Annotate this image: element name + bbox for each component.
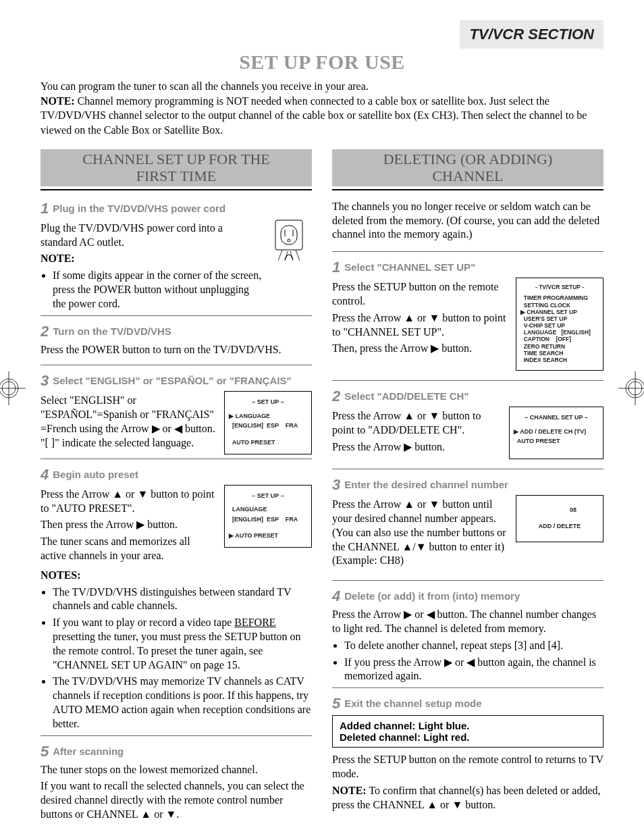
right-title-l2: CHANNEL (432, 167, 503, 184)
right-step3-head: 3Enter the desired channel number (332, 476, 603, 494)
osd-row: AUTO PRESET (229, 438, 307, 447)
left-step4-notes: The TV/DVD/VHS distinguishes between sta… (41, 585, 312, 731)
step-title: Select "CHANNEL SET UP" (344, 261, 475, 273)
page-title: SET UP FOR USE (41, 51, 603, 74)
right-step2-body-l1: Press the Arrow ▲ or ▼ button to point t… (332, 409, 502, 438)
step-num: 4 (332, 588, 340, 604)
osd-row: USER'S SET UP (520, 315, 599, 322)
osd-title: – SET UP – (229, 491, 307, 500)
left-step4-body-l1: Press the Arrow ▲ or ▼ button to point t… (41, 488, 217, 516)
step-title: Turn on the TV/DVD/VHS (53, 325, 171, 337)
step-title: Select "ENGLISH" or "ESPAÑOL" or "FRANÇA… (53, 375, 291, 386)
status-l1: Added channel: Light blue. (340, 720, 470, 731)
left-step1-body: Plug the TV/DVD/VHS power cord into a st… (41, 221, 262, 250)
right-step5-head: 5Exit the channel setup mode (332, 695, 603, 712)
left-step5-body-l1: The tuner stops on the lowest memorized … (41, 763, 312, 777)
osd-row: LANGUAGE [ENGLISH] (520, 329, 599, 336)
left-step1-bullet: If some digits appear in the corner of t… (53, 269, 262, 311)
left-step2-body: Press the POWER button to turn on the TV… (41, 343, 312, 357)
osd-row: ▶ LANGUAGE (229, 411, 307, 421)
right-step1-body-l2: Press the Arrow ▲ or ▼ button to point t… (332, 311, 509, 340)
svg-rect-0 (275, 220, 302, 250)
left-step5-body-l2: If you want to recall the selected chann… (41, 779, 312, 821)
step-title: Begin auto preset (53, 469, 138, 480)
osd-channel-number: 08 (570, 505, 576, 515)
right-step2-osd: – CHANNEL SET UP – ▶ ADD / DELETE CH (TV… (509, 407, 603, 459)
right-step5-note: NOTE: To confirm that channel(s) has bee… (332, 784, 603, 812)
status-l2: Deleted channel: Light red. (340, 731, 470, 743)
right-step1-head: 1Select "CHANNEL SET UP" (332, 259, 603, 276)
step-num: 4 (41, 466, 49, 483)
osd-row: AUTO PRESET (514, 436, 599, 446)
step-num: 3 (41, 372, 49, 389)
osd-row: LANGUAGE (229, 504, 307, 514)
step-title: After scanning (53, 746, 124, 757)
left-step3-body: Select "ENGLISH" or "ESPAÑOL"=Spanish or… (41, 394, 217, 450)
status-box: Added channel: Light blue. Deleted chann… (332, 715, 603, 748)
osd-row: INDEX SEARCH (520, 357, 599, 363)
osd-row: [ENGLISH] ESP FRA (229, 515, 307, 524)
left-col-title: CHANNEL SET UP FOR THE FIRST TIME (41, 149, 312, 186)
osd-row: CAPTION [OFF] (520, 336, 599, 342)
step-num: 1 (332, 259, 340, 276)
list-item: The TV/DVD/VHS may memorize TV channels … (53, 675, 312, 731)
left-step2-head: 2Turn on the TV/DVD/VHS (41, 323, 312, 340)
right-step1-body-l1: Press the SETUP button on the remote con… (332, 280, 509, 309)
list-item: To delete another channel, repeat steps … (344, 639, 603, 653)
right-step4-head: 4Delete (or add) it from (into) memory (332, 588, 603, 605)
osd-row: TIME SEARCH (520, 350, 599, 357)
osd-row: [ENGLISH] ESP FRA (229, 421, 307, 430)
left-step4-body-l2: Then press the Arrow ▶ button. (41, 518, 217, 532)
section-tag: TV/VCR SECTION (460, 20, 603, 49)
osd-title: - TV/VCR SETUP - (520, 284, 599, 290)
right-step5-body-l1: Press the SETUP button on the remote con… (332, 753, 603, 781)
step-title: Enter the desired channel number (344, 479, 508, 490)
right-step3-osd: 08 ADD / DELETE (516, 495, 603, 542)
left-step1-head: 1Plug in the TV/DVD/VHS power cord (41, 200, 312, 217)
osd-title: – CHANNEL SET UP – (514, 413, 599, 422)
osd-row: SETTING CLOCK (520, 302, 599, 309)
notes-label: NOTES: (41, 569, 81, 581)
right-step4-body: Press the Arrow ▶ or ◀ button. The chann… (332, 608, 603, 636)
step-num: 1 (41, 200, 49, 217)
osd-row: ZERO RETURN (520, 343, 599, 350)
osd-title: – SET UP – (229, 397, 307, 407)
right-step4-bullets: To delete another channel, repeat steps … (332, 639, 603, 683)
left-step5-head: 5After scanning (41, 743, 312, 760)
left-step3-head: 3Select "ENGLISH" or "ESPAÑOL" or "FRANÇ… (41, 372, 312, 390)
intro-paragraph: You can program the tuner to scan all th… (41, 79, 603, 137)
right-title-l1: DELETING (OR ADDING) (383, 151, 553, 167)
list-item: If you want to play or record a video ta… (53, 616, 312, 672)
left-column: CHANNEL SET UP FOR THE FIRST TIME 1Plug … (41, 149, 312, 824)
intro-line1: You can program the tuner to scan all th… (41, 80, 369, 92)
list-item: The TV/DVD/VHS distinguishes between sta… (53, 585, 312, 614)
right-step2-body-l2: Press the Arrow ▶ button. (332, 440, 502, 454)
right-step1-osd: - TV/VCR SETUP - TIMER PROGRAMMING SETTI… (516, 278, 603, 371)
right-intro: The channels you no longer receive or se… (332, 200, 603, 242)
step-num: 5 (41, 743, 49, 760)
registration-mark-icon (0, 371, 26, 405)
osd-row: ▶ ADD / DELETE CH (TV) (514, 427, 599, 436)
right-column: DELETING (OR ADDING) CHANNEL The channel… (332, 149, 603, 824)
left-step4-osd: – SET UP – LANGUAGE [ENGLISH] ESP FRA ▶ … (224, 485, 312, 548)
step-title: Exit the channel setup mode (344, 698, 481, 709)
osd-row: ▶ AUTO PRESET (229, 531, 307, 540)
right-col-title: DELETING (OR ADDING) CHANNEL (332, 149, 603, 186)
intro-note-text: Channel memory programming is NOT needed… (41, 95, 587, 136)
left-title-l2: FIRST TIME (136, 167, 216, 184)
registration-mark-icon (618, 371, 644, 405)
intro-note-label: NOTE: (41, 95, 75, 107)
note-text: To confirm that channel(s) has been dele… (332, 785, 601, 810)
left-step3-osd: – SET UP – ▶ LANGUAGE [ENGLISH] ESP FRA … (224, 391, 312, 454)
osd-add-delete: ADD / DELETE (539, 521, 581, 531)
step-num: 2 (41, 323, 49, 340)
list-item: If you press the Arrow ▶ or ◀ button aga… (344, 656, 603, 684)
left-title-l1: CHANNEL SET UP FOR THE (82, 151, 269, 167)
step-num: 3 (332, 476, 340, 493)
osd-row: TIMER PROGRAMMING (520, 294, 599, 301)
note-label: NOTE: (332, 785, 367, 796)
outlet-illustration (269, 219, 312, 273)
step-title: Delete (or add) it from (into) memory (344, 590, 520, 602)
left-step4-body-l3: The tuner scans and memorizes all active… (41, 535, 217, 563)
right-step3-body: Press the Arrow ▲ or ▼ button until your… (332, 498, 509, 568)
